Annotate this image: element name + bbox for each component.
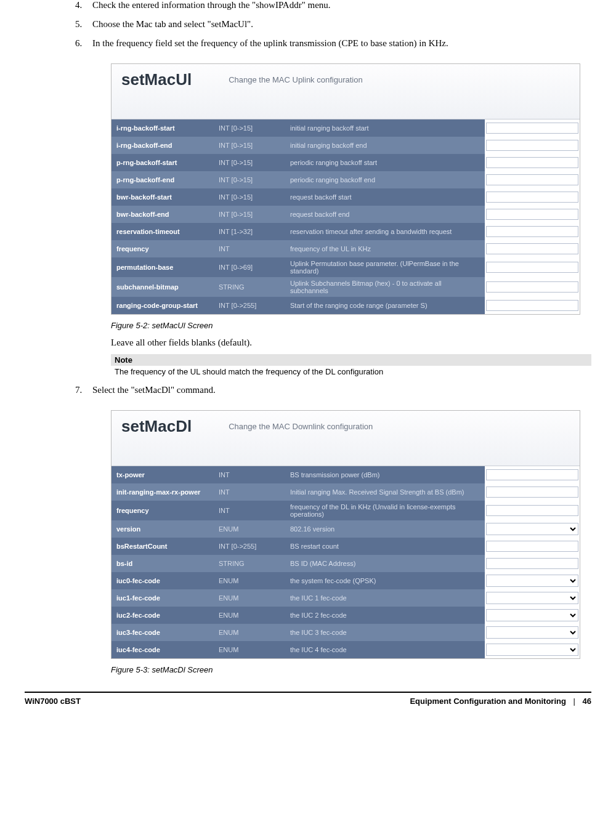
table-row: bwr-backoff-endINT [0->15]request backof… <box>111 206 580 223</box>
param-name: iuc0-fec-code <box>111 572 214 589</box>
step-7: 7.Select the "setMacDl" command. <box>92 385 591 395</box>
ul-bwr-backoff-start-input[interactable] <box>486 192 578 203</box>
param-input-cell <box>485 277 580 297</box>
param-input-cell <box>485 538 580 555</box>
dl-init-ranging-max-rx-power-input[interactable] <box>486 487 578 498</box>
table-row: bsRestartCountINT [0->255]BS restart cou… <box>111 538 580 555</box>
param-desc: the IUC 2 fec-code <box>285 607 485 624</box>
param-name: permutation-base <box>111 257 214 277</box>
param-desc: BS transmission power (dBm) <box>285 466 485 483</box>
param-desc: periodic ranging backoff end <box>285 171 485 188</box>
note-box: Note The frequency of the UL should matc… <box>111 354 591 378</box>
setmacdl-table: tx-powerINTBS transmission power (dBm)in… <box>111 466 580 658</box>
param-type: INT [0->15] <box>214 171 285 188</box>
param-input-cell <box>485 501 580 520</box>
param-type: INT <box>214 240 285 257</box>
dl-iuc1-fec-code-select[interactable] <box>486 592 578 604</box>
table-row: iuc2-fec-codeENUMthe IUC 2 fec-code <box>111 607 580 624</box>
dl-version-select[interactable] <box>486 523 578 535</box>
dl-iuc4-fec-code-select[interactable] <box>486 644 578 656</box>
table-row: p-rng-backoff-startINT [0->15]periodic r… <box>111 154 580 171</box>
ul-reservation-timeout-input[interactable] <box>486 226 578 237</box>
param-name: i-rng-backoff-end <box>111 137 214 154</box>
param-name: bs-id <box>111 555 214 572</box>
table-row: subchannel-bitmapSTRINGUplink Subchannel… <box>111 277 580 297</box>
param-type: INT <box>214 466 285 483</box>
param-type: INT [0->15] <box>214 119 285 137</box>
table-row: tx-powerINTBS transmission power (dBm) <box>111 466 580 483</box>
param-input-cell <box>485 607 580 624</box>
param-type: INT <box>214 501 285 520</box>
param-type: ENUM <box>214 520 285 538</box>
figure-5-2-caption: Figure 5-2: setMacUl Screen <box>111 321 591 330</box>
table-row: frequencyINTfrequency of the DL in KHz (… <box>111 501 580 520</box>
footer-page: 46 <box>583 697 591 706</box>
param-input-cell <box>485 171 580 188</box>
table-row: iuc1-fec-codeENUMthe IUC 1 fec-code <box>111 589 580 607</box>
param-name: ranging-code-group-start <box>111 297 214 314</box>
ul-p-rng-backoff-end-input[interactable] <box>486 174 578 185</box>
dl-frequency-input[interactable] <box>486 505 578 516</box>
param-desc: BS ID (MAC Address) <box>285 555 485 572</box>
param-input-cell <box>485 188 580 206</box>
ul-permutation-base-input[interactable] <box>486 262 578 273</box>
dl-iuc0-fec-code-select[interactable] <box>486 575 578 587</box>
ul-subchannel-bitmap-input[interactable] <box>486 281 578 293</box>
param-name: version <box>111 520 214 538</box>
page-footer: WiN7000 cBST Equipment Configuration and… <box>25 692 591 706</box>
param-desc: the IUC 1 fec-code <box>285 589 485 607</box>
ul-i-rng-backoff-end-input[interactable] <box>486 140 578 151</box>
param-input-cell <box>485 257 580 277</box>
table-row: i-rng-backoff-startINT [0->15]initial ra… <box>111 119 580 137</box>
param-input-cell <box>485 206 580 223</box>
note-label: Note <box>111 354 591 366</box>
param-desc: frequency of the UL in KHz <box>285 240 485 257</box>
param-name: iuc4-fec-code <box>111 641 214 658</box>
post-figure-text: Leave all other fields blanks (default). <box>111 337 591 348</box>
param-type: INT [0->15] <box>214 137 285 154</box>
step-5: 5.Choose the Mac tab and select "setMacU… <box>92 19 591 30</box>
table-row: iuc3-fec-codeENUMthe IUC 3 fec-code <box>111 624 580 641</box>
table-row: bwr-backoff-startINT [0->15]request back… <box>111 188 580 206</box>
param-name: tx-power <box>111 466 214 483</box>
param-input-cell <box>485 240 580 257</box>
param-input-cell <box>485 137 580 154</box>
setmacul-table: i-rng-backoff-startINT [0->15]initial ra… <box>111 119 580 314</box>
table-row: i-rng-backoff-endINT [0->15]initial rang… <box>111 137 580 154</box>
dl-tx-power-input[interactable] <box>486 469 578 480</box>
setmacul-screenshot: setMacUl Change the MAC Uplink configura… <box>111 63 580 315</box>
figure-5-3-caption: Figure 5-3: setMacDl Screen <box>111 665 591 674</box>
dl-iuc3-fec-code-select[interactable] <box>486 626 578 639</box>
param-name: bsRestartCount <box>111 538 214 555</box>
param-desc: Start of the ranging code range (paramet… <box>285 297 485 314</box>
param-name: i-rng-backoff-start <box>111 119 214 137</box>
figure-5-2: setMacUl Change the MAC Uplink configura… <box>111 63 591 330</box>
dl-bsRestartCount-input[interactable] <box>486 541 578 552</box>
ul-bwr-backoff-end-input[interactable] <box>486 209 578 220</box>
param-type: INT [0->69] <box>214 257 285 277</box>
param-input-cell <box>485 297 580 314</box>
ul-p-rng-backoff-start-input[interactable] <box>486 157 578 168</box>
param-desc: the IUC 3 fec-code <box>285 624 485 641</box>
dl-iuc2-fec-code-select[interactable] <box>486 609 578 621</box>
table-row: init-ranging-max-rx-powerINTInitial rang… <box>111 483 580 501</box>
ul-i-rng-backoff-start-input[interactable] <box>486 123 578 134</box>
param-name: iuc1-fec-code <box>111 589 214 607</box>
setmacul-title: setMacUl <box>121 70 192 89</box>
ul-ranging-code-group-start-input[interactable] <box>486 300 578 311</box>
ul-frequency-input[interactable] <box>486 243 578 254</box>
param-desc: periodic ranging backoff start <box>285 154 485 171</box>
param-desc: Uplink Permutation base parameter. (UlPe… <box>285 257 485 277</box>
table-row: frequencyINTfrequency of the UL in KHz <box>111 240 580 257</box>
param-desc: request backoff end <box>285 206 485 223</box>
param-name: subchannel-bitmap <box>111 277 214 297</box>
param-type: INT [0->255] <box>214 538 285 555</box>
table-row: versionENUM802.16 version <box>111 520 580 538</box>
param-desc: request backoff start <box>285 188 485 206</box>
param-desc: Initial ranging Max. Received Signal Str… <box>285 483 485 501</box>
table-row: reservation-timeoutINT [1->32]reservatio… <box>111 223 580 240</box>
footer-title: Equipment Configuration and Monitoring <box>410 697 565 706</box>
dl-bs-id-input[interactable] <box>486 558 578 569</box>
param-type: STRING <box>214 277 285 297</box>
param-type: INT [1->32] <box>214 223 285 240</box>
